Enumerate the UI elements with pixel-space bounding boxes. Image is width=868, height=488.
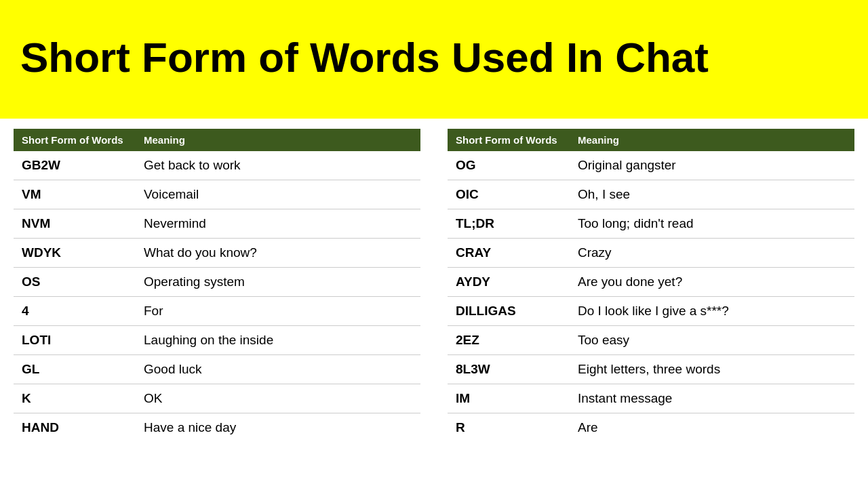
list-item: For xyxy=(136,297,420,326)
table-row: 8L3W Eight letters, three words xyxy=(448,355,854,384)
list-item: Get back to work xyxy=(136,151,420,180)
list-item: Have a nice day xyxy=(136,413,420,443)
list-item: Laughing on the inside xyxy=(136,326,420,355)
list-item: TL;DR xyxy=(448,209,570,239)
list-item: Instant message xyxy=(570,384,854,413)
right-table-wrapper: Short Form of Words Meaning OG Original … xyxy=(434,119,868,452)
left-table-wrapper: Short Form of Words Meaning GB2W Get bac… xyxy=(0,119,434,452)
right-col1-header: Short Form of Words xyxy=(448,129,570,151)
list-item: IM xyxy=(448,384,570,413)
list-item: Are you done yet? xyxy=(570,268,854,297)
table-row: OS Operating system xyxy=(14,268,420,297)
table-row: CRAY Crazy xyxy=(448,239,854,268)
table-row: NVM Nevermind xyxy=(14,209,420,239)
right-table-header-row: Short Form of Words Meaning xyxy=(448,129,854,151)
table-row: TL;DR Too long; didn't read xyxy=(448,209,854,239)
list-item: Do I look like I give a s***? xyxy=(570,297,854,326)
left-table-body: GB2W Get back to work VM Voicemail NVM N… xyxy=(14,151,420,442)
table-row: 4 For xyxy=(14,297,420,326)
list-item: WDYK xyxy=(14,239,136,268)
page-title: Short Form of Words Used In Chat xyxy=(20,35,709,81)
list-item: Too easy xyxy=(570,326,854,355)
left-table-header-row: Short Form of Words Meaning xyxy=(14,129,420,151)
list-item: Nevermind xyxy=(136,209,420,239)
table-row: VM Voicemail xyxy=(14,180,420,209)
table-row: GL Good luck xyxy=(14,355,420,384)
list-item: Good luck xyxy=(136,355,420,384)
right-col2-header: Meaning xyxy=(570,129,854,151)
list-item: Voicemail xyxy=(136,180,420,209)
list-item: Eight letters, three words xyxy=(570,355,854,384)
list-item: Too long; didn't read xyxy=(570,209,854,239)
table-row: DILLIGAS Do I look like I give a s***? xyxy=(448,297,854,326)
list-item: OS xyxy=(14,268,136,297)
list-item: Oh, I see xyxy=(570,180,854,209)
table-row: LOTI Laughing on the inside xyxy=(14,326,420,355)
list-item: OIC xyxy=(448,180,570,209)
list-item: DILLIGAS xyxy=(448,297,570,326)
list-item: 4 xyxy=(14,297,136,326)
list-item: R xyxy=(448,413,570,443)
list-item: Crazy xyxy=(570,239,854,268)
right-table: Short Form of Words Meaning OG Original … xyxy=(448,129,854,442)
table-row: 2EZ Too easy xyxy=(448,326,854,355)
table-row: IM Instant message xyxy=(448,384,854,413)
list-item: AYDY xyxy=(448,268,570,297)
table-row: WDYK What do you know? xyxy=(14,239,420,268)
list-item: OG xyxy=(448,151,570,180)
list-item: NVM xyxy=(14,209,136,239)
table-row: AYDY Are you done yet? xyxy=(448,268,854,297)
table-row: OIC Oh, I see xyxy=(448,180,854,209)
list-item: VM xyxy=(14,180,136,209)
list-item: Original gangster xyxy=(570,151,854,180)
list-item: GB2W xyxy=(14,151,136,180)
list-item: 2EZ xyxy=(448,326,570,355)
left-col1-header: Short Form of Words xyxy=(14,129,136,151)
list-item: GL xyxy=(14,355,136,384)
list-item: 8L3W xyxy=(448,355,570,384)
table-row: HAND Have a nice day xyxy=(14,413,420,443)
list-item: OK xyxy=(136,384,420,413)
table-row: OG Original gangster xyxy=(448,151,854,180)
tables-container: Short Form of Words Meaning GB2W Get bac… xyxy=(0,119,868,452)
right-table-body: OG Original gangster OIC Oh, I see TL;DR… xyxy=(448,151,854,442)
list-item: K xyxy=(14,384,136,413)
list-item: LOTI xyxy=(14,326,136,355)
table-row: GB2W Get back to work xyxy=(14,151,420,180)
left-col2-header: Meaning xyxy=(136,129,420,151)
page-header: Short Form of Words Used In Chat xyxy=(0,0,868,119)
table-row: R Are xyxy=(448,413,854,443)
table-row: K OK xyxy=(14,384,420,413)
list-item: HAND xyxy=(14,413,136,443)
left-table: Short Form of Words Meaning GB2W Get bac… xyxy=(14,129,420,442)
list-item: What do you know? xyxy=(136,239,420,268)
list-item: Are xyxy=(570,413,854,443)
list-item: CRAY xyxy=(448,239,570,268)
list-item: Operating system xyxy=(136,268,420,297)
